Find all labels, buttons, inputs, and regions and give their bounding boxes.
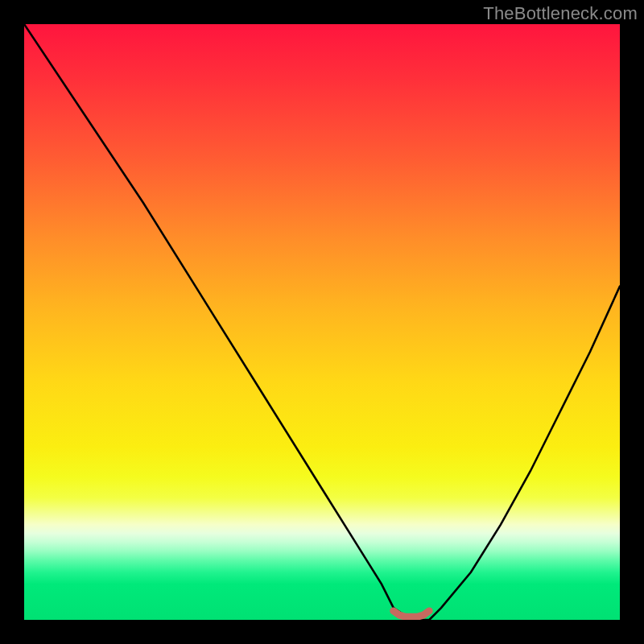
chart-plot-area bbox=[24, 24, 620, 620]
chart-frame: TheBottleneck.com bbox=[0, 0, 644, 644]
watermark-text: TheBottleneck.com bbox=[483, 3, 638, 24]
bottleneck-curve bbox=[24, 24, 620, 620]
chart-svg bbox=[24, 24, 620, 620]
optimal-range-marker bbox=[394, 611, 429, 617]
